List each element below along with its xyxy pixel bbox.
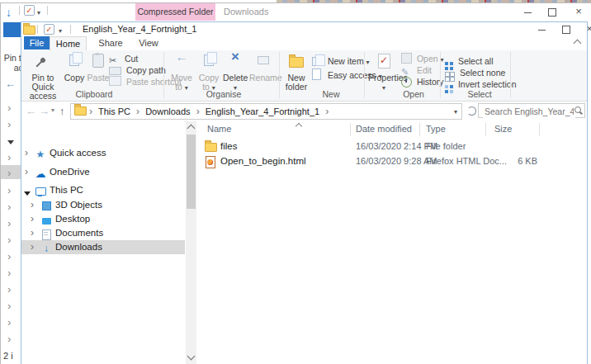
paste-button[interactable]: Paste [87, 52, 110, 83]
close-button[interactable]: × [581, 21, 591, 37]
chevron-right-icon[interactable]: › [7, 119, 17, 130]
minimize-button[interactable] [519, 3, 536, 20]
refresh-icon[interactable] [467, 106, 476, 116]
maximize-button[interactable] [544, 3, 560, 20]
new-folder-button[interactable]: New folder [282, 52, 310, 92]
recent-locations-dropdown-icon[interactable]: ▾ [51, 106, 54, 114]
select-none-button[interactable]: Select none [445, 67, 505, 78]
sidebar-item-onedrive[interactable]: › ☁ OneDrive [21, 165, 185, 179]
chevron-right-icon[interactable]: › [7, 284, 17, 295]
chevron-right-icon[interactable]: › [25, 148, 28, 158]
chevron-right-icon[interactable]: › [7, 300, 17, 312]
chevron-right-icon[interactable]: › [7, 234, 17, 246]
compressed-folder-tools-tab[interactable]: Compressed Folder Tools [135, 3, 215, 21]
chevron-right-icon[interactable]: › [25, 167, 28, 177]
scroll-up-icon[interactable] [187, 125, 196, 133]
file-name[interactable]: Open_to_begin.html [220, 154, 306, 168]
cut-button[interactable]: ✂ Cut [109, 53, 138, 64]
copy-button[interactable]: Copy [64, 52, 85, 83]
quick-access-toolbar-dropdown-icon[interactable]: ▾ [37, 7, 40, 17]
chevron-right-icon[interactable]: › [7, 267, 17, 279]
collapse-ribbon-icon[interactable] [574, 40, 582, 48]
file-row-open-to-begin[interactable]: Open_to_begin.html 16/03/2020 9:28 AM Fi… [196, 154, 587, 168]
breadcrumb-current-folder[interactable]: English_Year_4_Fortnight_1 [206, 106, 319, 116]
chevron-right-icon[interactable]: › [7, 333, 17, 345]
select-all-button[interactable]: Select all [445, 55, 494, 67]
breadcrumb-this-pc[interactable]: This PC [98, 106, 130, 116]
scroll-down-icon[interactable] [187, 352, 196, 361]
column-header-type[interactable]: Type [426, 124, 446, 134]
history-button[interactable]: History [401, 76, 444, 87]
file-name[interactable]: files [220, 139, 237, 154]
chevron-right-icon[interactable]: › [31, 200, 34, 210]
open-button[interactable]: Open ▾ [401, 53, 444, 64]
chevron-right-icon[interactable]: › [7, 185, 17, 196]
background-file-tab-fragment[interactable] [3, 22, 21, 37]
back-button[interactable]: ← [26, 105, 36, 117]
sidebar-item-desktop[interactable]: › Desktop [21, 212, 185, 226]
background-back-button[interactable]: ← [5, 78, 16, 90]
copy-to-button[interactable]: Copy to ▾ [196, 52, 221, 92]
up-button[interactable]: ↑ [59, 105, 65, 117]
onedrive-cloud-icon: ☁ [35, 167, 46, 177]
folder-icon [23, 26, 35, 35]
column-header-size[interactable]: Size [494, 124, 512, 134]
forward-button[interactable]: → [39, 105, 50, 117]
file-row-files[interactable]: files 16/03/2020 2:14 PM File folder [196, 139, 587, 154]
column-separator[interactable] [419, 123, 420, 136]
column-header-date-modified[interactable]: Date modified [356, 124, 412, 134]
properties-button[interactable]: ✓ Properties▾ [368, 52, 400, 92]
chevron-right-icon[interactable]: › [7, 251, 17, 262]
chevron-right-icon[interactable]: › [31, 242, 34, 253]
tab-file[interactable]: File [24, 36, 50, 50]
tab-share[interactable]: Share [94, 36, 127, 50]
sidebar-item-documents[interactable]: › Documents [21, 226, 185, 240]
breadcrumb[interactable]: › This PC › Downloads › English_Year_4_F… [70, 103, 462, 120]
sidebar-item-this-pc[interactable]: This PC [21, 183, 185, 197]
paste-icon [92, 54, 104, 68]
tab-view[interactable]: View [132, 36, 165, 50]
chevron-right-icon[interactable]: › [31, 228, 34, 239]
new-item-button[interactable]: New item ▾ [312, 55, 370, 67]
sidebar-scrollbar[interactable] [186, 121, 196, 364]
search-box[interactable] [478, 103, 585, 118]
invert-selection-button[interactable]: Invert selection [445, 78, 517, 90]
chevron-right-icon[interactable]: › [7, 168, 17, 179]
sidebar-item-3d-objects[interactable]: › 3D Objects [21, 198, 185, 212]
chevron-down-icon[interactable] [7, 135, 17, 147]
column-header-name[interactable]: Name [207, 124, 231, 134]
chevron-right-icon[interactable]: › [7, 201, 17, 213]
chevron-right-icon[interactable]: › [7, 218, 17, 229]
breadcrumb-downloads[interactable]: Downloads [145, 106, 190, 116]
quick-access-toolbar-dropdown-icon[interactable]: ▾ [59, 25, 62, 35]
scrollbar-thumb[interactable] [187, 135, 196, 209]
copy-path-button[interactable]: Copy path [109, 64, 166, 76]
group-separator [364, 52, 365, 98]
rename-button[interactable]: Rename [249, 52, 277, 83]
search-input[interactable] [483, 105, 575, 118]
edit-button[interactable]: ✎ Edit [401, 64, 432, 76]
maximize-button[interactable] [558, 21, 574, 37]
quick-access-check-icon[interactable]: ✓ [44, 24, 54, 35]
quick-access-check-icon[interactable]: ✓ [24, 5, 35, 16]
chevron-right-icon[interactable]: › [31, 214, 34, 225]
chevron-right-icon[interactable]: › [7, 152, 17, 163]
background-pin-button-fragment[interactable]: Pin to Quick access [2, 43, 21, 73]
screen: ↓ ✓ ▾ Compressed Folder Tools Downloads … [0, 0, 591, 364]
sidebar-item-quick-access[interactable]: › ★ Quick access [21, 146, 185, 160]
move-to-button[interactable]: ← Move to ▾ [168, 52, 195, 92]
column-separator[interactable] [539, 123, 540, 136]
address-dropdown-icon[interactable]: ▾ [454, 105, 457, 120]
column-separator[interactable] [485, 123, 486, 136]
properties-icon: ✓ [378, 54, 390, 69]
close-button[interactable]: × [570, 3, 587, 20]
tab-home[interactable]: Home [50, 36, 87, 50]
delete-button[interactable]: × Delete▾ [223, 52, 248, 92]
sidebar-item-downloads[interactable]: › ↓ Downloads [21, 240, 185, 254]
minimize-button[interactable] [533, 21, 550, 37]
file-date: 16/03/2020 9:28 AM [356, 154, 437, 168]
chevron-down-icon[interactable] [24, 187, 31, 198]
chevron-right-icon[interactable]: › [7, 102, 17, 114]
column-separator[interactable] [350, 123, 351, 136]
chevron-right-icon[interactable]: › [7, 317, 17, 329]
